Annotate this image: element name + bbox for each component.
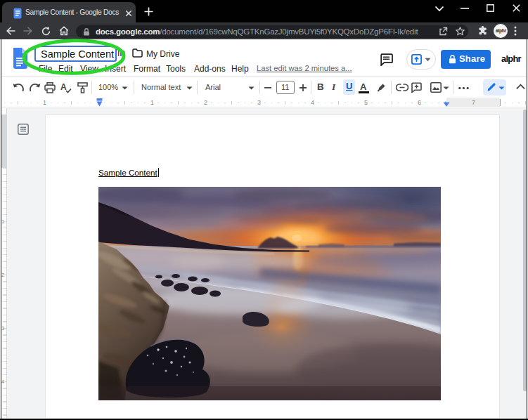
svg-text:A: A — [60, 82, 67, 92]
